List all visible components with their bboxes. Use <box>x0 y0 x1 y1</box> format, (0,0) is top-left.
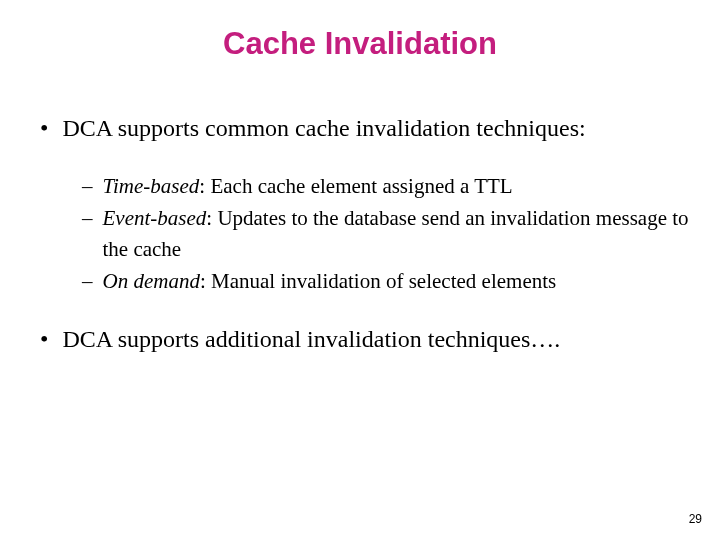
bullet-dot-icon: • <box>40 325 48 354</box>
page-number: 29 <box>689 512 702 526</box>
bullet-item-1: • DCA supports common cache invalidation… <box>34 114 692 143</box>
sub-item-label: Event-based <box>103 206 207 230</box>
sub-item-time-based: – Time-based: Each cache element assigne… <box>82 171 692 201</box>
dash-icon: – <box>82 266 93 296</box>
slide: Cache Invalidation • DCA supports common… <box>0 0 720 540</box>
sub-item-on-demand: – On demand: Manual invalidation of sele… <box>82 266 692 296</box>
sub-item-text: Event-based: Updates to the database sen… <box>103 203 693 264</box>
bullet-item-2: • DCA supports additional invalidation t… <box>34 325 692 354</box>
bullet-text: DCA supports common cache invalidation t… <box>62 114 585 143</box>
slide-title: Cache Invalidation <box>28 26 692 62</box>
sub-item-label: On demand <box>103 269 200 293</box>
sub-item-desc: : Manual invalidation of selected elemen… <box>200 269 556 293</box>
sub-item-desc: : Each cache element assigned a TTL <box>199 174 512 198</box>
sub-item-text: Time-based: Each cache element assigned … <box>103 171 693 201</box>
sub-item-label: Time-based <box>103 174 200 198</box>
bullet-dot-icon: • <box>40 114 48 143</box>
dash-icon: – <box>82 171 93 201</box>
bullet-text: DCA supports additional invalidation tec… <box>62 325 560 354</box>
sub-item-text: On demand: Manual invalidation of select… <box>103 266 693 296</box>
dash-icon: – <box>82 203 93 233</box>
sub-item-event-based: – Event-based: Updates to the database s… <box>82 203 692 264</box>
sub-list: – Time-based: Each cache element assigne… <box>82 171 692 297</box>
